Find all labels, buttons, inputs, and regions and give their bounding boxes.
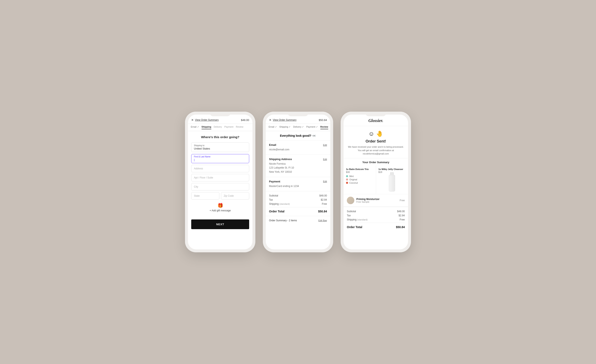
phone-review: ✕ View Order Summary $50.84 Email ✓ Ship… — [263, 112, 333, 252]
os-tax-label: Tax — [347, 214, 351, 217]
mint-label: Mint — [349, 175, 354, 177]
glossier-header: Glossier. — [343, 115, 408, 126]
shipping-review-block: Shipping Address Edit Nicole Formica 123… — [266, 154, 330, 177]
payment-value: MasterCard ending in 1234 — [269, 184, 327, 188]
country-value: United States — [194, 147, 246, 150]
gift-link[interactable]: + Add gift message — [191, 209, 249, 212]
apt-input[interactable]: Apt / Floor / Suite — [191, 174, 249, 181]
phone-screen-shipping: ✕ View Order Summary $48.00 Email ✓ Ship… — [188, 115, 253, 249]
shipping-edit-link[interactable]: Edit — [323, 158, 327, 160]
phones-container: ✕ View Order Summary $48.00 Email ✓ Ship… — [177, 99, 419, 265]
payment-edit-link[interactable]: Edit — [323, 180, 327, 183]
product1-variant-original: Original — [346, 178, 373, 181]
total-row: Order Total $50.84 — [269, 207, 327, 213]
total-label: Order Total — [269, 210, 284, 213]
order-summary-text: Order Summary - 2 items — [269, 219, 297, 222]
subtotal-value: $48.00 — [319, 194, 327, 197]
order-summary-bar: Order Summary - 2 items Edit Bag — [266, 216, 330, 225]
original-label: Original — [349, 178, 357, 181]
header-left: ✕ View Order Summary — [191, 118, 218, 122]
shipping-block-header: Shipping Address Edit — [269, 158, 327, 161]
email-edit-link[interactable]: Edit — [323, 144, 327, 146]
subtotal-row: Subtotal $48.00 — [269, 194, 327, 197]
product1-variant-coconut: Coconut — [346, 182, 373, 184]
state-zip-row: State Zip Code — [191, 192, 249, 200]
step-review[interactable]: Review — [236, 125, 243, 129]
os-tax-row: Tax $2.84 — [347, 214, 405, 217]
products-row: 1x Balm Dotcom Trio $30 Mint Original — [343, 166, 408, 194]
coconut-dot — [346, 182, 348, 184]
os-total-label: Order Total — [347, 226, 362, 229]
shipping-address: 123 Lafayette St. Fl 10 — [269, 166, 327, 170]
view-order-link[interactable]: View Order Summary — [195, 118, 218, 121]
phone-notch-2 — [288, 112, 308, 116]
gift-section: 🎁 + Add gift message — [191, 203, 249, 212]
step-shipping[interactable]: Shipping — [201, 125, 211, 129]
shipping-city: New York, NY 10010 — [269, 170, 327, 174]
review-step-delivery[interactable]: Delivery ✓ — [293, 125, 304, 129]
os-total-value: $50.84 — [396, 226, 405, 229]
shipping-label-row: Shipping (standard) — [269, 203, 290, 205]
next-button[interactable]: NEXT — [191, 219, 249, 229]
order-sent-hero: ☺ 🤚 Order Sent! We have received your or… — [343, 126, 408, 158]
email-block-header: Email Edit — [269, 143, 327, 146]
order-sent-content: Glossier. ☺ 🤚 Order Sent! We have receiv… — [343, 115, 408, 232]
os-total-row: Order Total $50.84 — [347, 223, 405, 229]
product1-name: 1x Balm Dotcom Trio — [346, 168, 373, 170]
tax-label: Tax — [269, 198, 273, 201]
product1-card: 1x Balm Dotcom Trio $30 Mint Original — [343, 166, 376, 194]
mint-dot — [346, 175, 348, 177]
order-sent-pricing: Subtotal $48.00 Tax $2.84 Shipping (stan… — [343, 207, 408, 232]
smiley-icon: ☺ — [368, 131, 374, 137]
review-title: Everything look good? 👀 — [269, 134, 327, 137]
shipping-value: Free — [322, 203, 327, 205]
address-input[interactable]: Address — [191, 165, 249, 172]
close-icon[interactable]: ✕ — [191, 118, 194, 122]
edit-bag-link[interactable]: Edit Bag — [318, 219, 327, 222]
review-title-section: Everything look good? 👀 — [266, 131, 330, 140]
glossier-logo: Glossier. — [347, 118, 405, 123]
step-delivery[interactable]: Delivery — [214, 125, 222, 129]
payment-review-block: Payment Edit MasterCard ending in 1234 — [266, 177, 330, 191]
state-input[interactable]: State — [191, 192, 219, 200]
payment-block-title: Payment — [269, 180, 280, 183]
review-step-payment[interactable]: Payment ✓ — [306, 125, 318, 129]
os-shipping-row: Shipping (standard) Free — [347, 218, 405, 221]
review-content: ✕ View Order Summary $50.84 Email ✓ Ship… — [266, 115, 330, 225]
review-header-left: ✕ View Order Summary — [269, 118, 296, 122]
step-email[interactable]: Email ✓ — [191, 125, 199, 129]
phone-notch — [210, 112, 231, 116]
coconut-label: Coconut — [349, 182, 358, 184]
sample-price: Free — [400, 199, 405, 202]
gift-icon: 🎁 — [191, 203, 249, 208]
total-value: $50.84 — [318, 210, 327, 213]
shipping-row: Shipping (standard) Free — [269, 203, 327, 205]
zip-input[interactable]: Zip Code — [221, 192, 249, 200]
payment-block-header: Payment Edit — [269, 180, 327, 183]
review-step-review[interactable]: Review — [320, 125, 328, 129]
order-sent-desc: We have received your order and it is be… — [347, 145, 405, 155]
os-subtotal-value: $48.00 — [397, 210, 405, 213]
phone-screen-order-sent: Glossier. ☺ 🤚 Order Sent! We have receiv… — [343, 115, 408, 249]
bottle-image — [389, 175, 395, 191]
city-input[interactable]: City — [191, 183, 249, 190]
email-block-title: Email — [269, 143, 276, 146]
shipping-name: Nicole Formica — [269, 162, 327, 166]
review-emoji: 👀 — [313, 134, 316, 137]
tax-row: Tax $2.84 — [269, 198, 327, 201]
sample-name: Priming Moisturizer — [356, 198, 398, 201]
review-step-shipping[interactable]: Shipping ✓ — [279, 125, 291, 129]
product1-variant-mint: Mint — [346, 175, 373, 177]
name-cursor — [194, 158, 246, 161]
close-icon-2[interactable]: ✕ — [269, 118, 271, 122]
name-input-wrapper[interactable]: First & Last Name — [191, 154, 249, 163]
header-price: $48.00 — [241, 118, 249, 122]
phone1-content: ✕ View Order Summary $48.00 Email ✓ Ship… — [188, 115, 253, 233]
review-step-email[interactable]: Email ✓ — [269, 125, 277, 129]
sample-info: Priming Moisturizer Free Sample — [356, 198, 398, 203]
review-header-price: $50.84 — [319, 118, 327, 122]
form-title: Where's this order going? — [191, 135, 249, 139]
view-order-link-2[interactable]: View Order Summary — [273, 118, 296, 121]
email-value: nicole@email.com — [269, 148, 327, 152]
step-payment[interactable]: Payment — [224, 125, 233, 129]
